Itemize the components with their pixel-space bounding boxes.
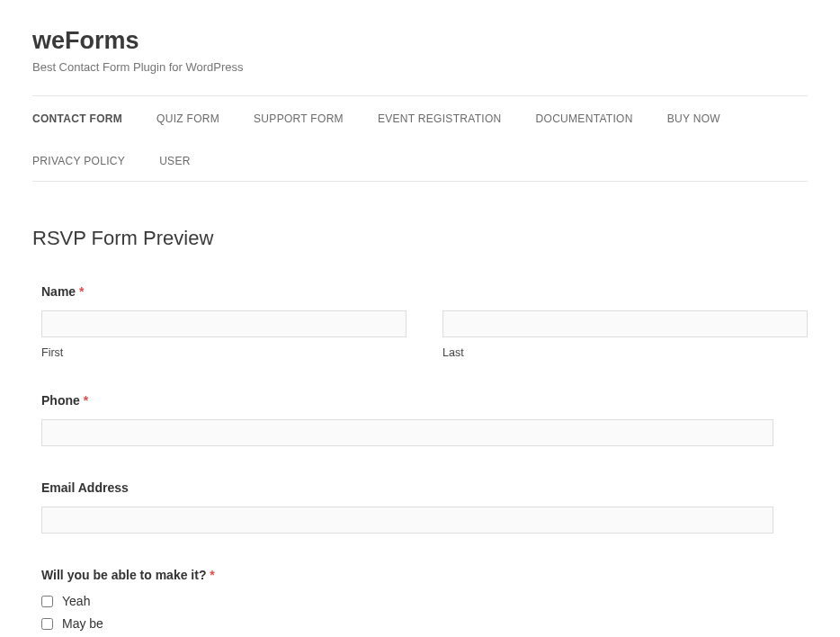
site-tagline: Best Contact Form Plugin for WordPress	[32, 60, 808, 74]
main-nav: CONTACT FORM QUIZ FORM SUPPORT FORM EVEN…	[32, 95, 808, 182]
nav-buy-now[interactable]: BUY NOW	[667, 112, 720, 125]
first-name-sublabel: First	[41, 346, 407, 359]
nav-privacy-policy[interactable]: PRIVACY POLICY	[32, 155, 125, 167]
site-title: weForms	[32, 27, 808, 55]
rsvp-form: Name * First Last Phone * Em	[41, 284, 808, 637]
required-mark: *	[84, 393, 88, 408]
phone-label: Phone *	[41, 393, 808, 408]
first-name-input[interactable]	[41, 310, 407, 337]
nav-quiz-form[interactable]: QUIZ FORM	[156, 112, 219, 125]
name-group: Name * First Last	[41, 284, 808, 359]
email-group: Email Address	[41, 480, 808, 534]
attend-checkbox-maybe[interactable]	[41, 618, 53, 630]
name-label: Name *	[41, 284, 808, 299]
nav-contact-form[interactable]: CONTACT FORM	[32, 112, 122, 125]
nav-user[interactable]: USER	[159, 155, 191, 167]
required-mark: *	[79, 284, 84, 299]
attend-option-maybe[interactable]: May be	[41, 616, 808, 631]
name-label-text: Name	[41, 284, 76, 299]
email-input[interactable]	[41, 507, 773, 534]
nav-support-form[interactable]: SUPPORT FORM	[254, 112, 344, 125]
attend-option-yeah[interactable]: Yeah	[41, 594, 808, 608]
attend-checkbox-yeah[interactable]	[41, 596, 53, 607]
email-label: Email Address	[41, 480, 808, 495]
last-name-input[interactable]	[442, 310, 808, 337]
phone-label-text: Phone	[41, 393, 80, 408]
required-mark: *	[210, 568, 214, 582]
attend-label: Will you be able to make it? *	[41, 568, 808, 582]
nav-documentation[interactable]: DOCUMENTATION	[536, 112, 633, 125]
attend-group: Will you be able to make it? * Yeah May …	[41, 568, 808, 637]
attend-option-label: May be	[62, 616, 103, 631]
attend-option-label: Yeah	[62, 594, 90, 608]
attend-label-text: Will you be able to make it?	[41, 568, 206, 582]
phone-input[interactable]	[41, 419, 773, 446]
phone-group: Phone *	[41, 393, 808, 446]
last-name-sublabel: Last	[442, 346, 808, 359]
nav-event-registration[interactable]: EVENT REGISTRATION	[378, 112, 502, 125]
page-title: RSVP Form Preview	[32, 227, 808, 250]
